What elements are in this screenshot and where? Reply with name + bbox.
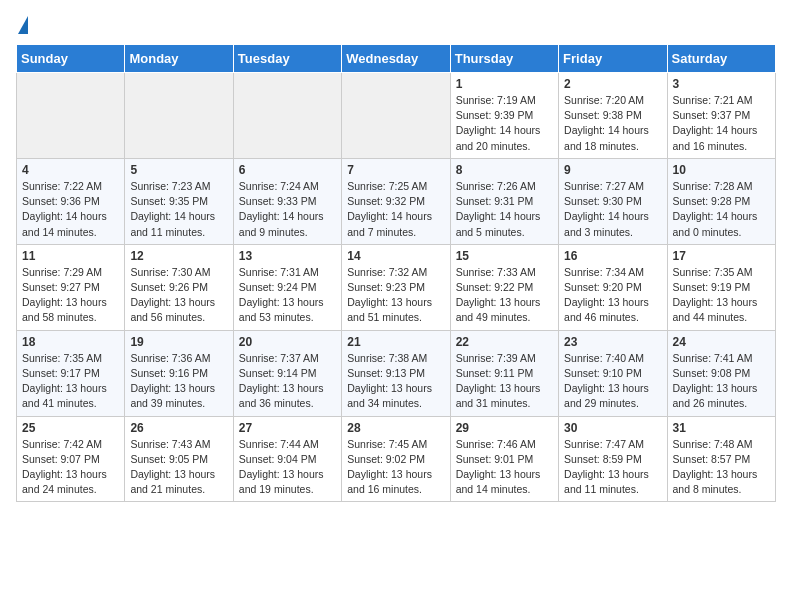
calendar-day-cell: 22Sunrise: 7:39 AMSunset: 9:11 PMDayligh…	[450, 330, 558, 416]
day-number: 18	[22, 335, 119, 349]
logo-triangle-icon	[18, 16, 28, 34]
calendar-day-cell: 11Sunrise: 7:29 AMSunset: 9:27 PMDayligh…	[17, 244, 125, 330]
day-info: Sunrise: 7:44 AMSunset: 9:04 PMDaylight:…	[239, 437, 336, 498]
calendar-week-row: 1Sunrise: 7:19 AMSunset: 9:39 PMDaylight…	[17, 73, 776, 159]
day-info: Sunrise: 7:27 AMSunset: 9:30 PMDaylight:…	[564, 179, 661, 240]
calendar-day-cell: 17Sunrise: 7:35 AMSunset: 9:19 PMDayligh…	[667, 244, 775, 330]
calendar-day-cell: 9Sunrise: 7:27 AMSunset: 9:30 PMDaylight…	[559, 158, 667, 244]
day-info: Sunrise: 7:31 AMSunset: 9:24 PMDaylight:…	[239, 265, 336, 326]
day-info: Sunrise: 7:25 AMSunset: 9:32 PMDaylight:…	[347, 179, 444, 240]
calendar-day-cell: 28Sunrise: 7:45 AMSunset: 9:02 PMDayligh…	[342, 416, 450, 502]
day-number: 6	[239, 163, 336, 177]
page-header	[16, 16, 776, 36]
logo	[16, 16, 28, 36]
day-number: 3	[673, 77, 770, 91]
day-info: Sunrise: 7:46 AMSunset: 9:01 PMDaylight:…	[456, 437, 553, 498]
day-number: 27	[239, 421, 336, 435]
calendar-day-cell: 21Sunrise: 7:38 AMSunset: 9:13 PMDayligh…	[342, 330, 450, 416]
day-number: 16	[564, 249, 661, 263]
day-number: 4	[22, 163, 119, 177]
calendar-day-cell: 26Sunrise: 7:43 AMSunset: 9:05 PMDayligh…	[125, 416, 233, 502]
day-info: Sunrise: 7:43 AMSunset: 9:05 PMDaylight:…	[130, 437, 227, 498]
day-number: 7	[347, 163, 444, 177]
day-info: Sunrise: 7:28 AMSunset: 9:28 PMDaylight:…	[673, 179, 770, 240]
calendar-day-cell: 31Sunrise: 7:48 AMSunset: 8:57 PMDayligh…	[667, 416, 775, 502]
day-number: 20	[239, 335, 336, 349]
day-number: 13	[239, 249, 336, 263]
day-number: 29	[456, 421, 553, 435]
day-number: 26	[130, 421, 227, 435]
day-info: Sunrise: 7:19 AMSunset: 9:39 PMDaylight:…	[456, 93, 553, 154]
calendar-table: SundayMondayTuesdayWednesdayThursdayFrid…	[16, 44, 776, 502]
calendar-day-cell: 2Sunrise: 7:20 AMSunset: 9:38 PMDaylight…	[559, 73, 667, 159]
calendar-day-cell	[125, 73, 233, 159]
calendar-day-cell: 7Sunrise: 7:25 AMSunset: 9:32 PMDaylight…	[342, 158, 450, 244]
day-number: 9	[564, 163, 661, 177]
calendar-day-cell: 1Sunrise: 7:19 AMSunset: 9:39 PMDaylight…	[450, 73, 558, 159]
day-info: Sunrise: 7:24 AMSunset: 9:33 PMDaylight:…	[239, 179, 336, 240]
day-info: Sunrise: 7:47 AMSunset: 8:59 PMDaylight:…	[564, 437, 661, 498]
day-info: Sunrise: 7:48 AMSunset: 8:57 PMDaylight:…	[673, 437, 770, 498]
calendar-day-cell: 13Sunrise: 7:31 AMSunset: 9:24 PMDayligh…	[233, 244, 341, 330]
weekday-header-friday: Friday	[559, 45, 667, 73]
calendar-day-cell: 3Sunrise: 7:21 AMSunset: 9:37 PMDaylight…	[667, 73, 775, 159]
calendar-day-cell: 30Sunrise: 7:47 AMSunset: 8:59 PMDayligh…	[559, 416, 667, 502]
calendar-day-cell	[17, 73, 125, 159]
day-number: 8	[456, 163, 553, 177]
weekday-header-monday: Monday	[125, 45, 233, 73]
calendar-day-cell: 14Sunrise: 7:32 AMSunset: 9:23 PMDayligh…	[342, 244, 450, 330]
day-info: Sunrise: 7:33 AMSunset: 9:22 PMDaylight:…	[456, 265, 553, 326]
calendar-day-cell: 8Sunrise: 7:26 AMSunset: 9:31 PMDaylight…	[450, 158, 558, 244]
calendar-day-cell: 16Sunrise: 7:34 AMSunset: 9:20 PMDayligh…	[559, 244, 667, 330]
calendar-day-cell	[342, 73, 450, 159]
weekday-header-saturday: Saturday	[667, 45, 775, 73]
calendar-day-cell: 27Sunrise: 7:44 AMSunset: 9:04 PMDayligh…	[233, 416, 341, 502]
calendar-day-cell: 20Sunrise: 7:37 AMSunset: 9:14 PMDayligh…	[233, 330, 341, 416]
day-number: 24	[673, 335, 770, 349]
calendar-week-row: 11Sunrise: 7:29 AMSunset: 9:27 PMDayligh…	[17, 244, 776, 330]
calendar-day-cell: 29Sunrise: 7:46 AMSunset: 9:01 PMDayligh…	[450, 416, 558, 502]
day-info: Sunrise: 7:30 AMSunset: 9:26 PMDaylight:…	[130, 265, 227, 326]
day-info: Sunrise: 7:36 AMSunset: 9:16 PMDaylight:…	[130, 351, 227, 412]
calendar-day-cell: 10Sunrise: 7:28 AMSunset: 9:28 PMDayligh…	[667, 158, 775, 244]
day-number: 28	[347, 421, 444, 435]
day-number: 21	[347, 335, 444, 349]
day-info: Sunrise: 7:37 AMSunset: 9:14 PMDaylight:…	[239, 351, 336, 412]
day-info: Sunrise: 7:35 AMSunset: 9:19 PMDaylight:…	[673, 265, 770, 326]
day-info: Sunrise: 7:23 AMSunset: 9:35 PMDaylight:…	[130, 179, 227, 240]
calendar-day-cell: 5Sunrise: 7:23 AMSunset: 9:35 PMDaylight…	[125, 158, 233, 244]
calendar-day-cell: 19Sunrise: 7:36 AMSunset: 9:16 PMDayligh…	[125, 330, 233, 416]
day-info: Sunrise: 7:41 AMSunset: 9:08 PMDaylight:…	[673, 351, 770, 412]
day-number: 14	[347, 249, 444, 263]
day-number: 15	[456, 249, 553, 263]
day-number: 10	[673, 163, 770, 177]
day-number: 31	[673, 421, 770, 435]
day-info: Sunrise: 7:32 AMSunset: 9:23 PMDaylight:…	[347, 265, 444, 326]
weekday-header-thursday: Thursday	[450, 45, 558, 73]
day-info: Sunrise: 7:38 AMSunset: 9:13 PMDaylight:…	[347, 351, 444, 412]
day-info: Sunrise: 7:21 AMSunset: 9:37 PMDaylight:…	[673, 93, 770, 154]
calendar-header-row: SundayMondayTuesdayWednesdayThursdayFrid…	[17, 45, 776, 73]
day-info: Sunrise: 7:39 AMSunset: 9:11 PMDaylight:…	[456, 351, 553, 412]
day-info: Sunrise: 7:34 AMSunset: 9:20 PMDaylight:…	[564, 265, 661, 326]
day-info: Sunrise: 7:42 AMSunset: 9:07 PMDaylight:…	[22, 437, 119, 498]
day-number: 30	[564, 421, 661, 435]
day-number: 11	[22, 249, 119, 263]
calendar-day-cell: 23Sunrise: 7:40 AMSunset: 9:10 PMDayligh…	[559, 330, 667, 416]
day-info: Sunrise: 7:40 AMSunset: 9:10 PMDaylight:…	[564, 351, 661, 412]
day-info: Sunrise: 7:35 AMSunset: 9:17 PMDaylight:…	[22, 351, 119, 412]
day-info: Sunrise: 7:29 AMSunset: 9:27 PMDaylight:…	[22, 265, 119, 326]
day-info: Sunrise: 7:45 AMSunset: 9:02 PMDaylight:…	[347, 437, 444, 498]
day-number: 1	[456, 77, 553, 91]
day-number: 23	[564, 335, 661, 349]
calendar-week-row: 4Sunrise: 7:22 AMSunset: 9:36 PMDaylight…	[17, 158, 776, 244]
day-number: 19	[130, 335, 227, 349]
day-number: 2	[564, 77, 661, 91]
weekday-header-wednesday: Wednesday	[342, 45, 450, 73]
weekday-header-tuesday: Tuesday	[233, 45, 341, 73]
calendar-day-cell	[233, 73, 341, 159]
day-number: 17	[673, 249, 770, 263]
day-info: Sunrise: 7:26 AMSunset: 9:31 PMDaylight:…	[456, 179, 553, 240]
calendar-day-cell: 12Sunrise: 7:30 AMSunset: 9:26 PMDayligh…	[125, 244, 233, 330]
calendar-day-cell: 6Sunrise: 7:24 AMSunset: 9:33 PMDaylight…	[233, 158, 341, 244]
